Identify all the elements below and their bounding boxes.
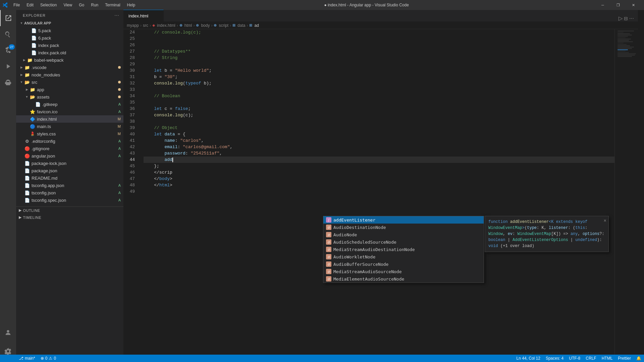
statusbar-branch[interactable]: ⎇ main* (16, 355, 38, 362)
ac-item-addeventlistener[interactable]: f addEventListener (323, 216, 484, 224)
tree-label: assets (37, 95, 50, 100)
line-num-35: 35 (123, 99, 138, 106)
tree-item-tsconfig-spec[interactable]: 📄 tsconfig.spec.json A (16, 196, 123, 204)
ac-item-audionode[interactable]: ⊙ AudioNode (323, 231, 484, 238)
breadcrumb-ad[interactable]: ad (254, 23, 259, 28)
statusbar-eol[interactable]: CRLF (583, 355, 599, 362)
activity-search[interactable] (0, 26, 16, 42)
tree-item-index-pack[interactable]: 📄 index pack (16, 42, 123, 49)
outline-section: ▶ OUTLINE (16, 206, 123, 214)
tree-item-angular-json[interactable]: 🔴 angular.json A (16, 152, 123, 160)
class-icon: ⊙ (326, 247, 331, 252)
split-editor-icon[interactable]: ⊟ (624, 16, 628, 21)
breadcrumb-script[interactable]: script (219, 23, 228, 28)
tree-item-package-json[interactable]: 📄 package.json (16, 167, 123, 174)
timeline-section-header[interactable]: ▶ TIMELINE (16, 214, 123, 221)
statusbar-formatter[interactable]: Prettier (615, 355, 634, 362)
tree-item-app[interactable]: ▶ 📁 app (16, 86, 123, 93)
activity-source-control[interactable]: 27 (0, 42, 16, 58)
menu-help[interactable]: Help (124, 2, 138, 8)
ac-item-mediastreamaudio-src[interactable]: ⊙ MediaStreamAudioSourceNode (323, 268, 484, 275)
menu-selection[interactable]: Selection (38, 2, 59, 8)
tree-item-main-ts[interactable]: 🔵 main.ts M (16, 123, 123, 130)
menu-file[interactable]: File (11, 2, 22, 8)
menu-view[interactable]: View (61, 2, 75, 8)
tree-label: favicon.ico (37, 109, 57, 114)
tree-item-favicon[interactable]: ⭐ favicon.ico A (16, 108, 123, 115)
line-num-37: 37 (123, 112, 138, 118)
file-icon: 💄 (30, 131, 36, 137)
element-icon: ⊕ (179, 23, 182, 27)
tree-item-6pack[interactable]: 📄 6.pack (16, 34, 123, 42)
tree-label: src (32, 80, 37, 85)
breadcrumb-body[interactable]: body (201, 23, 210, 28)
tree-label: styles.css (37, 131, 56, 136)
breadcrumb-myapp[interactable]: myapp (127, 23, 139, 28)
tree-item-gitignore[interactable]: 🔴 .gitignore A (16, 145, 123, 152)
new-file-icon[interactable]: ⋯ (114, 13, 119, 18)
tab-index-html[interactable]: index.html (123, 10, 164, 21)
tree-item-readme[interactable]: 📄 README.md (16, 174, 123, 182)
statusbar-position[interactable]: Ln 44, Col 12 (514, 355, 543, 362)
doc-close-button[interactable]: × (604, 218, 606, 225)
line-num-49: 49 (123, 188, 138, 195)
tree-item-src[interactable]: ▼ 📂 src (16, 78, 123, 86)
breadcrumb-html[interactable]: html (184, 23, 192, 28)
menu-run[interactable]: Run (88, 2, 101, 8)
tree-item-index-html[interactable]: 🔷 index.html M (16, 115, 123, 123)
tree-item-tsconfig-app[interactable]: 📄 tsconfig.app.json A (16, 182, 123, 189)
close-button[interactable]: ✕ (626, 0, 641, 10)
ac-item-audioscheduled[interactable]: ⊙ AudioScheduledSourceNode (323, 238, 484, 246)
folder-open-icon: 📂 (24, 79, 30, 85)
ac-item-audioworklet[interactable]: ⊙ AudioWorkletNode (323, 253, 484, 260)
ac-item-mediaelement[interactable]: ⊙ MediaElementAudioSourceNode (323, 275, 484, 283)
tree-label: package.json (32, 168, 57, 173)
minimap (614, 29, 638, 359)
minimize-button[interactable]: ─ (595, 0, 610, 10)
property-icon: ⊞ (249, 23, 252, 27)
statusbar-language[interactable]: HTML (599, 355, 615, 362)
code-line-46: </scrip (144, 169, 614, 176)
ac-item-mediastreamaudio-dest[interactable]: ⊙ MediaStreamAudioDestinationNode (323, 246, 484, 253)
menu-edit[interactable]: Edit (24, 2, 36, 8)
tree-item-vscode[interactable]: ▶ 📁 .vscode (16, 64, 123, 71)
tree-item-node-modules[interactable]: ▶ 📁 node_modules (16, 71, 123, 78)
tree-item-gitkeep[interactable]: 📄 .gitkeep A (16, 101, 123, 108)
statusbar-spaces[interactable]: Spaces: 4 (543, 355, 566, 362)
activity-run[interactable] (0, 58, 16, 74)
tree-item-index-pack-old[interactable]: 📄 index.pack.old (16, 49, 123, 56)
maximize-button[interactable]: ❐ (610, 0, 626, 10)
run-debug-icon[interactable]: ▷ (619, 15, 623, 21)
statusbar-errors[interactable]: ⊗ 0 ⚠ 0 (38, 355, 59, 362)
source-control-badge: 27 (9, 44, 15, 50)
more-actions-icon[interactable]: ⋯ (629, 16, 634, 21)
tree-item-styles-css[interactable]: 💄 styles.css M (16, 130, 123, 137)
folder-icon: 📁 (24, 64, 30, 70)
ac-label: MediaElementAudioSourceNode (333, 276, 404, 282)
activity-explorer[interactable] (0, 10, 16, 26)
code-line-40: let data = { (144, 131, 614, 137)
activity-account[interactable] (0, 324, 16, 341)
tree-item-assets[interactable]: ▼ 📂 assets (16, 93, 123, 101)
menu-go[interactable]: Go (76, 2, 87, 8)
ac-item-audiodestinationnode[interactable]: ⊙ AudioDestinationNode (323, 224, 484, 231)
code-line-26 (144, 42, 614, 48)
statusbar-encoding[interactable]: UTF-8 (566, 355, 583, 362)
tree-root-angular-app[interactable]: ▼ ANGULAR APP (16, 19, 123, 27)
element-icon: ⊕ (214, 23, 217, 27)
tree-item-babel-webpack[interactable]: ▶ 📁 babel-webpack (16, 56, 123, 64)
activity-extensions[interactable] (0, 74, 16, 90)
tree-item-tsconfig[interactable]: 📄 tsconfig.json A (16, 189, 123, 196)
tree-item-package-lock[interactable]: 📄 package-lock.json (16, 160, 123, 167)
code-area[interactable]: // console.log(c); // Datatypes** // Str… (140, 29, 614, 359)
ac-item-audiobuffer[interactable]: ⊙ AudioBufferSourceNode (323, 260, 484, 268)
breadcrumb-data[interactable]: data (237, 23, 245, 28)
tree-item-editorconfig[interactable]: ⚙ .editorconfig A (16, 137, 123, 145)
outline-section-header[interactable]: ▶ OUTLINE (16, 207, 123, 214)
breadcrumb-src[interactable]: src (143, 23, 148, 28)
menu-terminal[interactable]: Terminal (102, 2, 123, 8)
line-num-28: 28 (123, 55, 138, 61)
statusbar-notifications[interactable]: 🔔 (634, 355, 644, 362)
breadcrumb-index-html[interactable]: index.html (157, 23, 175, 28)
tree-item-5pack[interactable]: 📄 5.pack (16, 27, 123, 34)
